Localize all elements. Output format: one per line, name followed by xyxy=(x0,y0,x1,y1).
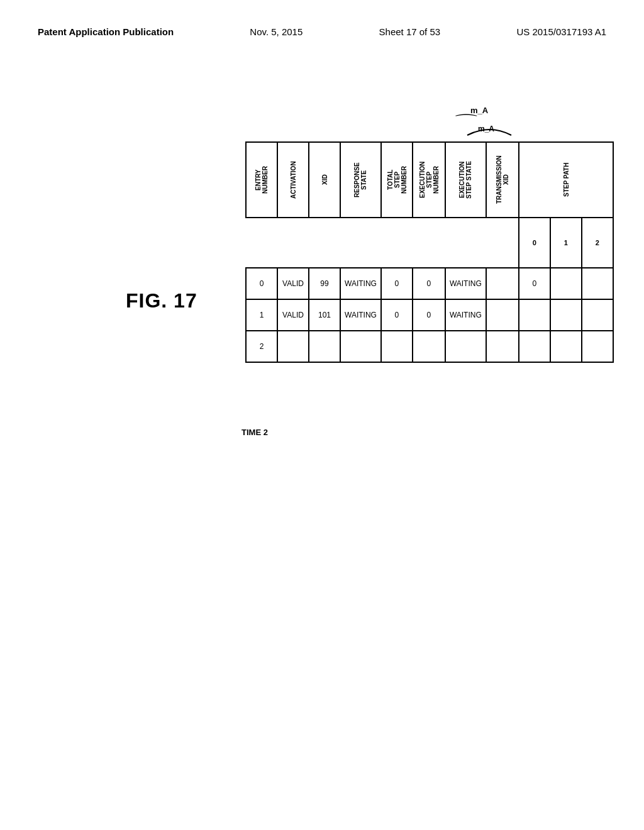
exec-step-state-0: WAITING xyxy=(445,268,486,299)
activation-0: VALID xyxy=(277,268,309,299)
step-path-1-1 xyxy=(550,299,582,331)
col-step-path: STEP PATH xyxy=(519,142,613,218)
step-path-0-2 xyxy=(582,268,613,299)
step-path-col-1: 1 xyxy=(550,218,582,268)
data-table: ENTRYNUMBER ACTIVATION XID RESPONSESTATE… xyxy=(245,141,614,363)
header-row: ENTRYNUMBER ACTIVATION XID RESPONSESTATE… xyxy=(246,142,613,218)
col-activation: ACTIVATION xyxy=(277,142,309,218)
step-path-2-1 xyxy=(550,331,582,362)
step-path-1-0 xyxy=(519,299,550,331)
activation-1: VALID xyxy=(277,299,309,331)
step-path-0-0: 0 xyxy=(519,268,550,299)
response-state-2 xyxy=(340,331,381,362)
exec-step-num-0: 0 xyxy=(413,268,445,299)
col-transmission-xid: TRANSMISSIONXID xyxy=(486,142,519,218)
exec-step-state-2 xyxy=(445,331,486,362)
empty-sub-header xyxy=(246,218,519,268)
trans-xid-0 xyxy=(486,268,519,299)
table-row: 2 xyxy=(246,331,613,362)
step-path-2-2 xyxy=(582,331,613,362)
xid-0: 99 xyxy=(309,268,340,299)
step-path-col-0: 0 xyxy=(519,218,550,268)
total-step-1: 0 xyxy=(381,299,413,331)
patent-number: US 2015/0317193 A1 xyxy=(516,26,606,37)
trans-xid-2 xyxy=(486,331,519,362)
response-state-0: WAITING xyxy=(340,268,381,299)
publication-title: Patent Application Publication xyxy=(38,25,174,38)
step-path-col-2: 2 xyxy=(582,218,613,268)
step-path-2-0 xyxy=(519,331,550,362)
exec-step-num-1: 0 xyxy=(413,299,445,331)
trans-xid-1 xyxy=(486,299,519,331)
activation-2 xyxy=(277,331,309,362)
table-row: 1 VALID 101 WAITING 0 0 WAITING xyxy=(246,299,613,331)
time-label: TIME 2 xyxy=(242,428,268,437)
entry-number-1: 1 xyxy=(246,299,277,331)
total-step-0: 0 xyxy=(381,268,413,299)
col-entry-number: ENTRYNUMBER xyxy=(246,142,277,218)
step-path-1-2 xyxy=(582,299,613,331)
figure-label: FIG. 17 xyxy=(126,289,197,313)
exec-step-num-2 xyxy=(413,331,445,362)
col-execution-step-number: EXECUTIONSTEPNUMBER xyxy=(413,142,445,218)
response-state-1: WAITING xyxy=(340,299,381,331)
total-step-2 xyxy=(381,331,413,362)
svg-text:m_A: m_A xyxy=(478,124,494,133)
page-header: Patent Application Publication Nov. 5, 2… xyxy=(0,0,644,38)
col-execution-step-state: EXECUTIONSTEP STATE xyxy=(445,142,486,218)
data-table-container: ENTRYNUMBER ACTIVATION XID RESPONSESTATE… xyxy=(245,123,614,363)
entry-number-2: 2 xyxy=(246,331,277,362)
exec-step-state-1: WAITING xyxy=(445,299,486,331)
col-xid: XID xyxy=(309,142,340,218)
col-total-step-number: TOTALSTEPNUMBER xyxy=(381,142,413,218)
publication-date: Nov. 5, 2015 xyxy=(250,26,303,37)
step-path-0-1 xyxy=(550,268,582,299)
sheet-info: Sheet 17 of 53 xyxy=(379,26,441,37)
entry-number-0: 0 xyxy=(246,268,277,299)
sub-header-row: 0 1 2 xyxy=(246,218,613,268)
table-row: 0 VALID 99 WAITING 0 0 WAITING 0 xyxy=(246,268,613,299)
col-response-state: RESPONSESTATE xyxy=(340,142,381,218)
xid-2 xyxy=(309,331,340,362)
m-brace-svg: m_A xyxy=(464,123,514,138)
xid-1: 101 xyxy=(309,299,340,331)
